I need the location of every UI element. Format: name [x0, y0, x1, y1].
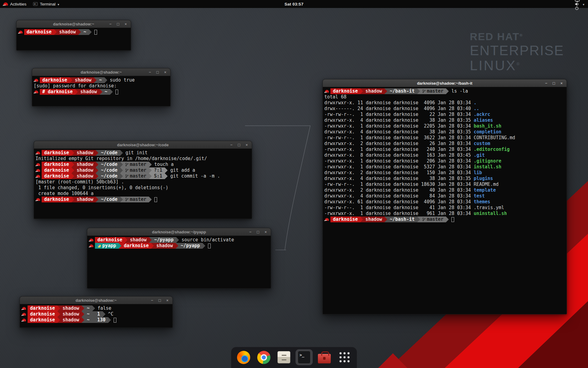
branch-icon	[125, 174, 129, 178]
file-name: .	[474, 100, 477, 105]
window-titlebar[interactable]: darknoise@shadow:~/pyapp−□×	[87, 228, 271, 236]
prompt-segment-path: ~/bash-it	[387, 88, 417, 94]
powerline-separator-icon	[149, 167, 152, 173]
dock-item-firefox[interactable]	[235, 349, 252, 365]
terminal-window[interactable]: darknoise@shadow:~−□×darknoiseshadow~sud…	[32, 68, 171, 106]
redhat-prompt-icon	[36, 151, 40, 154]
prompt-line: pyappdarknoiseshadow~/pyapp	[89, 243, 270, 249]
terminal-content[interactable]: darknoiseshadow~falsedarknoiseshadow~1^C…	[20, 304, 172, 323]
powerline-separator-icon	[417, 88, 420, 94]
window-titlebar[interactable]: darknoise@shadow:~−□×	[17, 20, 131, 28]
powerline-separator-icon	[151, 243, 154, 249]
close-button[interactable]: ×	[244, 143, 249, 147]
terminal-content[interactable]: darknoiseshadow~/bash-itmasterls -latota…	[323, 87, 567, 222]
terminal-window[interactable]: darknoise@shadow:~/bash-it−□×darknoisesh…	[322, 79, 567, 314]
terminal-content[interactable]: darknoiseshadow~	[17, 28, 131, 35]
prompt-line: # darknoiseshadow~	[34, 89, 170, 95]
prompt-line: darknoiseshadow~/bash-itmaster	[324, 217, 566, 222]
powerline-separator-icon	[202, 243, 205, 249]
maximize-button[interactable]: □	[552, 81, 556, 85]
minimize-button[interactable]: −	[150, 298, 154, 302]
minimize-button[interactable]: −	[148, 70, 152, 74]
activities-button[interactable]: Activities	[0, 0, 30, 8]
maximize-button[interactable]: □	[155, 70, 160, 74]
maximize-button[interactable]: □	[116, 22, 120, 26]
window-titlebar[interactable]: darknoise@shadow:~−□×	[32, 68, 170, 76]
close-button[interactable]: ×	[263, 230, 268, 234]
prompt-segment-path: ~/code	[98, 150, 120, 156]
minimize-button[interactable]: −	[108, 22, 113, 26]
file-name: README.md	[474, 182, 499, 187]
prompt-segment-git: master	[123, 162, 149, 167]
branch-icon	[125, 197, 129, 201]
prompt-segment-path: ~	[84, 311, 92, 317]
close-button[interactable]: ×	[163, 70, 168, 74]
powerline-separator-icon	[120, 167, 123, 173]
minimize-button[interactable]: −	[544, 81, 548, 85]
file-name: ..	[474, 106, 479, 111]
redhat-prompt-icon	[34, 90, 38, 93]
output-line: 1 file changed, 0 insertions(+), 0 delet…	[36, 185, 251, 191]
prompt-segment-path: ~/code	[98, 197, 120, 202]
minimize-button[interactable]: −	[248, 230, 253, 234]
prompt-segment-exit: 130	[95, 317, 108, 323]
close-button[interactable]: ×	[165, 298, 170, 302]
window-controls: −□×	[229, 141, 249, 148]
terminal-window[interactable]: darknoise@shadow:~−□×darknoiseshadow~	[16, 20, 131, 51]
clock[interactable]: Sat 03:57	[285, 2, 303, 6]
maximize-button[interactable]: □	[157, 298, 162, 302]
maximize-button[interactable]: □	[237, 143, 241, 147]
dock-item-files[interactable]	[275, 349, 292, 365]
powerline-separator-icon	[71, 150, 74, 156]
window-titlebar[interactable]: darknoise@shadow:~/code−□×	[34, 141, 252, 149]
prompt-segment-status: ?:1	[152, 167, 165, 173]
file-name: .gitignore	[474, 158, 501, 164]
prompt-segment-host: shadow	[60, 317, 81, 323]
app-menu[interactable]: Terminal	[30, 0, 62, 8]
prompt-segment-user: darknoise	[28, 317, 57, 323]
powerline-separator-icon	[110, 89, 113, 95]
redhat-prompt-icon	[36, 198, 40, 201]
close-button[interactable]: ×	[123, 22, 128, 26]
terminal-window[interactable]: darknoise@shadow:~/pyapp−□×darknoiseshad…	[87, 228, 271, 289]
terminal-icon	[298, 351, 311, 364]
dock-item-app-grid[interactable]	[336, 349, 353, 365]
powerline-separator-icon	[92, 317, 95, 323]
window-title: darknoise@shadow:~	[81, 70, 122, 75]
prompt-line: darknoiseshadow~/codemasterS:1git commit…	[36, 173, 251, 179]
maximize-button[interactable]: □	[256, 230, 260, 234]
dock-item-terminal[interactable]	[296, 349, 313, 365]
terminal-content[interactable]: darknoiseshadow~/codegit initInitialized…	[34, 149, 252, 202]
redhat-prompt-icon	[36, 175, 40, 178]
powerline-separator-icon	[57, 305, 60, 311]
output-line: [master (root-commit) 50bcb63] .	[36, 179, 251, 185]
dock-item-toolbox[interactable]	[316, 349, 333, 365]
powerline-separator-icon	[71, 197, 74, 202]
powerline-separator-icon	[446, 88, 449, 94]
close-button[interactable]: ×	[559, 81, 564, 85]
prompt-segment-path: ~	[81, 29, 89, 35]
powerline-separator-icon	[119, 243, 121, 249]
command-text: touch a	[154, 162, 174, 167]
terminal-window[interactable]: darknoise@shadow:~−□×darknoiseshadow~fal…	[20, 296, 173, 328]
branding-redhat: RED HAT®	[470, 31, 564, 42]
window-controls: −□×	[148, 68, 168, 76]
file-name: aliases	[474, 117, 493, 123]
window-titlebar[interactable]: darknoise@shadow:~/bash-it−□×	[323, 79, 567, 87]
prompt-segment-git: master	[123, 167, 149, 173]
dock-item-chrome[interactable]	[255, 349, 272, 365]
prompt-segment-host: shadow	[363, 217, 384, 222]
powerline-separator-icon	[360, 217, 363, 222]
powerline-separator-icon	[165, 173, 168, 179]
terminal-window[interactable]: darknoise@shadow:~/code−□×darknoiseshado…	[34, 141, 252, 219]
redhat-prompt-icon	[36, 163, 40, 166]
terminal-content[interactable]: darknoiseshadow~/pyappsource bin/activat…	[87, 236, 271, 249]
terminal-cursor	[154, 197, 157, 202]
minimize-button[interactable]: −	[229, 143, 234, 147]
powerline-separator-icon	[125, 237, 127, 243]
powerline-separator-icon	[149, 173, 152, 179]
window-title: darknoise@shadow:~/bash-it	[417, 81, 473, 86]
terminal-content[interactable]: darknoiseshadow~sudo true[sudo] password…	[32, 76, 170, 95]
window-titlebar[interactable]: darknoise@shadow:~−□×	[20, 297, 172, 304]
system-status-area[interactable]	[571, 0, 588, 8]
